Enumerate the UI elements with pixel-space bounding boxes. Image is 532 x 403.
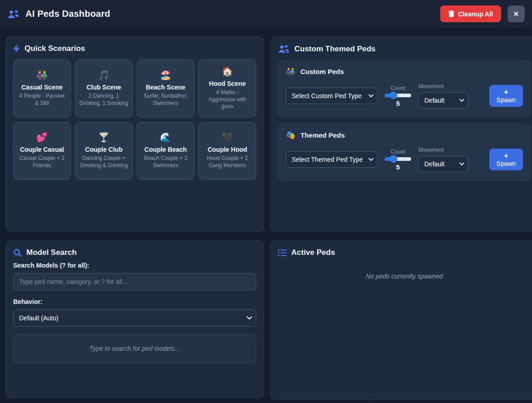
- users-gear-icon: [278, 44, 290, 54]
- custom-themed-peds-panel: Custom Themed Peds 👫 Custom Peds Select …: [270, 36, 532, 232]
- count-value: 5: [396, 100, 400, 107]
- count-label: Count: [391, 85, 405, 91]
- scenario-title: Couple Hood: [208, 146, 247, 153]
- scenario-desc: 4 Males - Aggressive with guns: [203, 89, 252, 110]
- scenario-desc: Casual Couple + 2 Friends: [17, 155, 67, 169]
- couple-emoji: 👫: [286, 67, 295, 76]
- wave-emoji: 🌊: [160, 133, 171, 142]
- quick-scenarios-panel: Quick Scenarios 👫 Casual Scene 4 People …: [5, 36, 264, 232]
- scenario-desc: 4 People - Passive & Still: [17, 93, 67, 107]
- list-icon: [278, 249, 287, 257]
- scenario-title: Couple Club: [85, 146, 122, 153]
- lightning-bolt-icon: [13, 44, 20, 53]
- search-hint-text: Type to search for ped models...: [89, 345, 180, 352]
- themed-ped-type-select[interactable]: Select Themed Ped Type: [286, 151, 378, 168]
- scenario-desc: Beach Couple + 2 Swimmers: [141, 155, 190, 169]
- scenario-title: Club Scene: [86, 84, 121, 91]
- brand: AI Peds Dashboard: [7, 9, 110, 19]
- scenario-card-couple-casual[interactable]: 💕 Couple Casual Casual Couple + 2 Friend…: [13, 122, 71, 180]
- black-heart-emoji: 🖤: [222, 133, 233, 142]
- header-bar: AI Peds Dashboard Cleanup All ✕: [0, 0, 532, 28]
- custom-movement-select[interactable]: Default: [418, 92, 468, 109]
- close-icon: ✕: [513, 10, 519, 18]
- quick-scenarios-title: Quick Scenarios: [25, 44, 85, 53]
- scenario-desc: Surfer, Sunbather, Swimmers: [141, 93, 190, 107]
- trash-icon: [448, 10, 454, 17]
- count-slider[interactable]: [385, 94, 411, 97]
- scenario-card-casual[interactable]: 👫 Casual Scene 4 People - Passive & Stil…: [13, 60, 71, 118]
- count-label: Count: [391, 149, 405, 155]
- scenario-title: Hood Scene: [209, 80, 246, 87]
- count-slider-thumb[interactable]: [389, 91, 397, 99]
- themed-movement-select[interactable]: Default: [418, 156, 468, 172]
- page-title: AI Peds Dashboard: [25, 9, 110, 19]
- themed-peds-section: 🎭 Themed Peds Select Themed Ped Type Cou…: [278, 124, 531, 181]
- model-search-input[interactable]: [13, 273, 256, 290]
- active-peds-panel: Active Peds No peds currently spawned: [270, 240, 532, 400]
- custom-themed-peds-title: Custom Themed Peds: [294, 45, 376, 54]
- active-peds-empty-text: No peds currently spawned: [278, 273, 531, 280]
- scenario-desc: Hood Couple + 2 Gang Members: [203, 155, 252, 169]
- behavior-select[interactable]: Default (Auto): [13, 309, 256, 327]
- users-icon: [7, 9, 20, 19]
- scenario-card-beach[interactable]: 🏖️ Beach Scene Surfer, Sunbather, Swimme…: [137, 60, 194, 118]
- behavior-label: Behavior:: [13, 298, 256, 305]
- movement-label: Movement: [418, 147, 444, 153]
- scenario-title: Beach Scene: [146, 84, 185, 91]
- scenario-card-couple-hood[interactable]: 🖤 Couple Hood Hood Couple + 2 Gang Membe…: [199, 122, 256, 180]
- movement-label: Movement: [418, 83, 444, 90]
- scenario-desc: 2 Dancing, 1 Drinking, 1 Smoking: [79, 93, 129, 107]
- custom-ped-type-select[interactable]: Select Custom Ped Type: [286, 88, 378, 104]
- beach-umbrella-emoji: 🏖️: [160, 70, 171, 80]
- scenario-card-couple-beach[interactable]: 🌊 Couple Beach Beach Couple + 2 Swimmers: [137, 122, 194, 180]
- scenario-title: Couple Casual: [20, 146, 64, 153]
- count-slider[interactable]: [385, 157, 411, 161]
- custom-spawn-button[interactable]: + Spawn: [489, 85, 523, 107]
- model-search-panel: Model Search Search Models (? for all): …: [5, 240, 264, 398]
- scenario-card-club[interactable]: 🎵 Club Scene 2 Dancing, 1 Drinking, 1 Sm…: [75, 60, 133, 118]
- scenario-title: Casual Scene: [21, 84, 63, 91]
- active-peds-title: Active Peds: [291, 248, 335, 257]
- model-search-title: Model Search: [26, 248, 77, 257]
- search-models-label: Search Models (? for all):: [13, 262, 256, 269]
- spawn-label: Spawn: [497, 96, 516, 104]
- count-value: 5: [396, 163, 400, 171]
- spawn-label: Spawn: [497, 160, 516, 168]
- scenario-card-couple-club[interactable]: 🍸 Couple Club Dancing Couple + Smoking &…: [75, 122, 133, 180]
- two-hearts-emoji: 💕: [36, 133, 48, 142]
- theater-masks-emoji: 🎭: [286, 130, 295, 140]
- plus-icon: +: [504, 151, 508, 160]
- scenario-grid: 👫 Casual Scene 4 People - Passive & Stil…: [13, 60, 256, 180]
- search-results-box: Type to search for ped models...: [13, 334, 256, 363]
- close-button[interactable]: ✕: [507, 5, 525, 22]
- themed-peds-title: Themed Peds: [300, 131, 345, 139]
- couple-emoji: 👫: [36, 70, 48, 80]
- cleanup-all-button[interactable]: Cleanup All: [440, 5, 502, 22]
- themed-spawn-button[interactable]: + Spawn: [489, 149, 523, 170]
- count-slider-thumb[interactable]: [389, 155, 397, 163]
- custom-peds-section: 👫 Custom Peds Select Custom Ped Type Cou…: [278, 60, 531, 117]
- cleanup-all-label: Cleanup All: [458, 10, 493, 18]
- scenario-title: Couple Beach: [144, 146, 187, 153]
- cocktail-emoji: 🍸: [98, 133, 109, 142]
- search-icon: [13, 249, 22, 257]
- plus-icon: +: [504, 88, 508, 96]
- scenario-card-hood[interactable]: 🏠 Hood Scene 4 Males - Aggressive with g…: [199, 60, 256, 118]
- custom-peds-title: Custom Peds: [300, 68, 344, 75]
- scenario-desc: Dancing Couple + Smoking & Drinking: [79, 155, 129, 169]
- house-emoji: 🏠: [222, 67, 233, 76]
- music-note-emoji: 🎵: [98, 70, 109, 80]
